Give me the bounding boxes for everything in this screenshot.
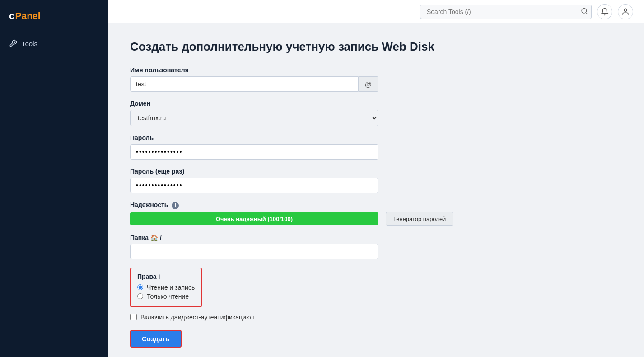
radio-read-only-input[interactable] xyxy=(137,293,143,299)
topbar xyxy=(108,0,644,23)
notifications-button[interactable] xyxy=(597,4,612,19)
svg-line-3 xyxy=(586,12,587,14)
sidebar: c Panel Tools xyxy=(0,0,108,357)
password-confirm-input[interactable] xyxy=(130,178,378,193)
sidebar-item-tools-label: Tools xyxy=(22,40,37,47)
svg-text:Panel: Panel xyxy=(15,10,41,21)
radio-read-only[interactable]: Только чтение xyxy=(137,293,195,300)
strength-row: Очень надежный (100/100) Генератор парол… xyxy=(130,212,622,226)
permissions-box: Права i Чтение и запись Только чтение xyxy=(130,268,202,307)
folder-input[interactable] xyxy=(130,244,378,259)
at-badge: @ xyxy=(359,76,378,92)
digest-auth-checkbox[interactable] xyxy=(130,314,137,320)
create-button[interactable]: Создать xyxy=(130,330,182,348)
password-group: Пароль xyxy=(130,134,622,160)
folder-label: Папка 🏠 / xyxy=(130,234,622,241)
username-label: Имя пользователя xyxy=(130,66,622,74)
strength-label: Надежность i xyxy=(130,201,622,209)
password-confirm-group: Пароль (еще раз) xyxy=(130,168,622,193)
strength-bar-label: Очень надежный (100/100) xyxy=(216,216,293,222)
svg-text:c: c xyxy=(9,10,14,21)
permissions-label: Права i xyxy=(137,273,195,280)
password-confirm-label: Пароль (еще раз) xyxy=(130,168,622,175)
search-button[interactable] xyxy=(581,7,588,16)
digest-auth-row: Включить дайджест-аутентификацию i xyxy=(130,314,622,321)
username-group: Имя пользователя @ xyxy=(130,66,622,92)
tools-icon xyxy=(9,39,17,47)
username-row: @ xyxy=(130,76,378,92)
svg-point-2 xyxy=(582,8,587,13)
strength-group: Надежность i Очень надежный (100/100) Ге… xyxy=(130,201,622,226)
search-icon xyxy=(581,7,588,14)
cpanel-logo: c Panel xyxy=(0,0,108,33)
radio-read-write-label: Чтение и запись xyxy=(147,284,195,291)
search-wrap xyxy=(420,5,592,19)
folder-group: Папка 🏠 / xyxy=(130,234,622,259)
sidebar-item-tools[interactable]: Tools xyxy=(0,33,108,54)
main-content: Создать дополнительную учетную запись We… xyxy=(108,23,644,357)
username-input[interactable] xyxy=(130,76,359,92)
radio-read-write-input[interactable] xyxy=(137,284,143,290)
password-generator-button[interactable]: Генератор паролей xyxy=(386,212,453,226)
user-menu-button[interactable] xyxy=(618,4,633,19)
radio-read-write[interactable]: Чтение и запись xyxy=(137,284,195,291)
search-input[interactable] xyxy=(420,5,592,19)
page-title: Создать дополнительную учетную запись We… xyxy=(130,40,622,54)
strength-bar: Очень надежный (100/100) xyxy=(130,212,378,225)
domain-label: Домен xyxy=(130,100,622,107)
main-area: Создать дополнительную учетную запись We… xyxy=(108,0,644,357)
digest-auth-label: Включить дайджест-аутентификацию i xyxy=(140,314,254,321)
cpanel-logo-svg: c Panel xyxy=(9,8,50,23)
digest-info-icon: i xyxy=(252,314,254,321)
bell-icon xyxy=(601,8,609,16)
user-icon xyxy=(621,8,630,16)
permissions-info-icon: i xyxy=(159,273,160,280)
radio-read-only-label: Только чтение xyxy=(147,293,189,300)
domain-group: Домен testfrnx.ru xyxy=(130,100,622,126)
strength-info-icon: i xyxy=(172,202,179,209)
domain-select[interactable]: testfrnx.ru xyxy=(130,110,378,126)
svg-point-4 xyxy=(624,9,627,11)
password-label: Пароль xyxy=(130,134,622,141)
password-input[interactable] xyxy=(130,144,378,160)
